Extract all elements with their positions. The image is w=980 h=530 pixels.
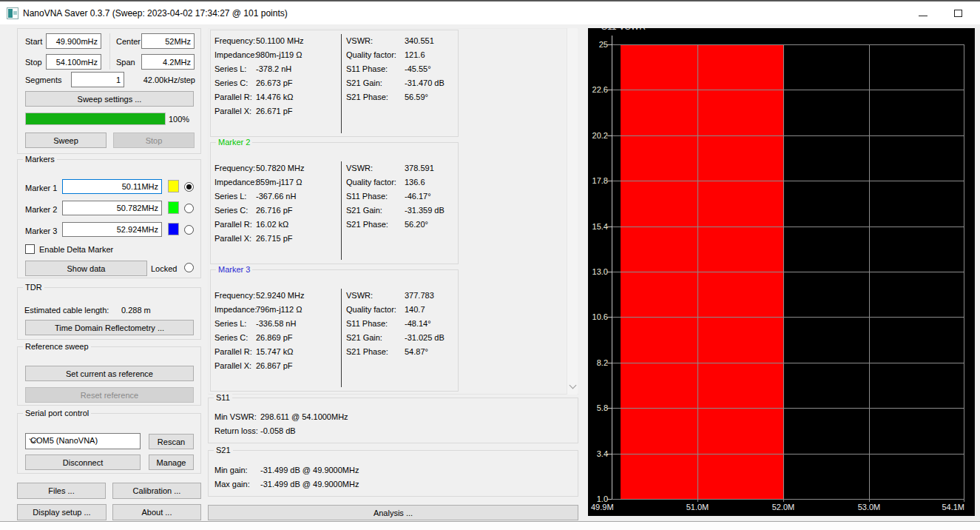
summary-value: -0.058 dB bbox=[260, 424, 296, 438]
marker3-label: Marker 3 bbox=[25, 226, 57, 236]
summary-label: Min VSWR: bbox=[214, 410, 257, 424]
gridline bbox=[612, 499, 964, 500]
rescan-button[interactable]: Rescan bbox=[149, 434, 194, 449]
span-label: Span bbox=[116, 57, 135, 67]
detail-value: 26.715 pF bbox=[256, 232, 293, 246]
locked-radio[interactable] bbox=[184, 263, 194, 272]
detail-label: VSWR: bbox=[346, 289, 373, 303]
marker2-frequency-input[interactable] bbox=[62, 201, 162, 215]
marker1-select-radio[interactable] bbox=[184, 182, 194, 192]
detail-label: Series C: bbox=[214, 204, 248, 218]
markers-group: Markers Marker 1 Marker 2 Marker 3 Enabl… bbox=[17, 159, 201, 278]
detail-value: 50.1100 MHz bbox=[256, 34, 304, 48]
gridline bbox=[869, 44, 870, 502]
gridline bbox=[612, 363, 964, 363]
detail-label: S21 Gain: bbox=[346, 331, 382, 345]
detail-value: -31.025 dB bbox=[405, 331, 445, 345]
detail-label: S11 Phase: bbox=[346, 62, 388, 76]
reset-reference-button[interactable]: Reset reference bbox=[25, 387, 194, 403]
set-reference-button[interactable]: Set current as reference bbox=[25, 366, 194, 381]
detail-value: -45.55° bbox=[405, 62, 431, 76]
segments-input[interactable] bbox=[71, 72, 124, 87]
detail-label: S21 Gain: bbox=[346, 204, 382, 218]
start-label: Start bbox=[25, 36, 42, 47]
marker2-detail-title: Marker 2 bbox=[216, 138, 252, 147]
detail-label: Frequency: bbox=[214, 161, 255, 175]
summary-label: Min gain: bbox=[214, 463, 248, 477]
detail-value: 377.783 bbox=[405, 289, 434, 303]
step-size-text: 42.00kHz/step bbox=[138, 75, 195, 85]
column-separator bbox=[341, 161, 342, 260]
detail-label: Impedance: bbox=[214, 303, 257, 317]
serial-port-select[interactable]: COM5 (NanoVNA) bbox=[25, 433, 141, 449]
x-tick-label: 53.0M bbox=[853, 502, 885, 512]
marker3-color-swatch[interactable] bbox=[168, 223, 179, 235]
gridline bbox=[612, 227, 964, 227]
enable-delta-marker-label: Enable Delta Marker bbox=[39, 244, 113, 255]
gridline bbox=[612, 408, 964, 409]
gridline bbox=[612, 454, 964, 454]
files-button[interactable]: Files ... bbox=[17, 483, 106, 499]
y-tick-label: 10.6 bbox=[588, 312, 608, 322]
sweep-control-group: Start Center Stop Span Segments 42.00kHz… bbox=[17, 28, 201, 154]
minimize-button[interactable] bbox=[912, 6, 934, 22]
marker1-frequency-input[interactable] bbox=[62, 179, 162, 194]
detail-value: 16.02 kΩ bbox=[256, 218, 288, 232]
maximize-button[interactable] bbox=[947, 6, 970, 22]
manage-button[interactable]: Manage bbox=[149, 454, 194, 470]
marker3-select-radio[interactable] bbox=[184, 225, 194, 235]
reference-group-title: Reference sweep bbox=[23, 342, 91, 352]
detail-label: Series L: bbox=[214, 317, 246, 331]
s21-summary-title: S21 bbox=[214, 446, 233, 455]
center-frequency-input[interactable] bbox=[141, 33, 195, 49]
segments-label: Segments bbox=[25, 75, 62, 85]
gridline bbox=[612, 135, 964, 136]
detail-value: 54.87° bbox=[405, 345, 428, 359]
nanovna-saver-window: NanoVNA Saver 0.3.7 (Sweep: 2023-04-02 1… bbox=[0, 0, 980, 530]
analysis-button[interactable]: Analysis ... bbox=[208, 505, 578, 520]
s11-vswr-chart[interactable]: S11 VSWR 25 22.6 20.2 17. bbox=[588, 28, 975, 516]
tdr-button[interactable]: Time Domain Reflectometry ... bbox=[25, 320, 194, 335]
detail-label: Series C: bbox=[214, 76, 248, 90]
serial-port-group: Serial port control COM5 (NanoVNA) Resca… bbox=[17, 413, 201, 474]
summary-value: -31.499 dB @ 49.9000MHz bbox=[260, 477, 359, 492]
about-button[interactable]: About ... bbox=[112, 504, 201, 520]
marker3-frequency-input[interactable] bbox=[62, 222, 162, 237]
detail-label: Parallel R: bbox=[214, 345, 252, 359]
span-frequency-input[interactable] bbox=[141, 54, 195, 70]
detail-label: Quality factor: bbox=[346, 175, 396, 189]
marker-details-scrollbar[interactable] bbox=[567, 28, 578, 395]
x-tick-label: 51.0M bbox=[681, 502, 714, 512]
gridline bbox=[612, 90, 964, 90]
start-frequency-input[interactable] bbox=[46, 33, 101, 49]
sweep-settings-button[interactable]: Sweep settings ... bbox=[25, 91, 194, 107]
detail-value: 26.671 pF bbox=[256, 104, 293, 118]
stop-frequency-input[interactable] bbox=[46, 54, 101, 70]
detail-value: 26.673 pF bbox=[256, 76, 293, 90]
detail-value: -46.17° bbox=[405, 189, 431, 204]
y-tick-label: 15.4 bbox=[588, 221, 608, 232]
detail-value: -48.14° bbox=[405, 317, 431, 331]
detail-value: 50.7820 MHz bbox=[256, 161, 304, 175]
chart-title: S11 VSWR bbox=[601, 28, 646, 32]
show-data-button[interactable]: Show data bbox=[25, 261, 147, 276]
sweep-button[interactable]: Sweep bbox=[25, 132, 107, 148]
marker2-color-swatch[interactable] bbox=[168, 201, 179, 214]
display-setup-button[interactable]: Display setup ... bbox=[17, 504, 107, 520]
detail-value: -31.470 dB bbox=[405, 76, 445, 90]
y-tick-label: 17.8 bbox=[588, 175, 608, 186]
detail-value: -336.58 nH bbox=[256, 317, 296, 331]
marker1-color-swatch[interactable] bbox=[168, 180, 179, 192]
detail-value: 15.747 kΩ bbox=[256, 345, 293, 359]
marker2-select-radio[interactable] bbox=[184, 204, 194, 213]
x-tick-label: 54.1M bbox=[932, 502, 964, 512]
disconnect-button[interactable]: Disconnect bbox=[25, 454, 141, 470]
s21-summary-group: S21 Min gain:-31.499 dB @ 49.9000MHz Max… bbox=[208, 450, 578, 497]
calibration-button[interactable]: Calibration ... bbox=[112, 483, 201, 499]
gridline bbox=[612, 181, 964, 181]
stop-button[interactable]: Stop bbox=[113, 132, 195, 148]
gridline bbox=[612, 44, 964, 45]
detail-value: 859m-j117 Ω bbox=[256, 175, 302, 189]
progress-fill bbox=[26, 113, 165, 124]
enable-delta-marker-checkbox[interactable] bbox=[25, 244, 35, 254]
